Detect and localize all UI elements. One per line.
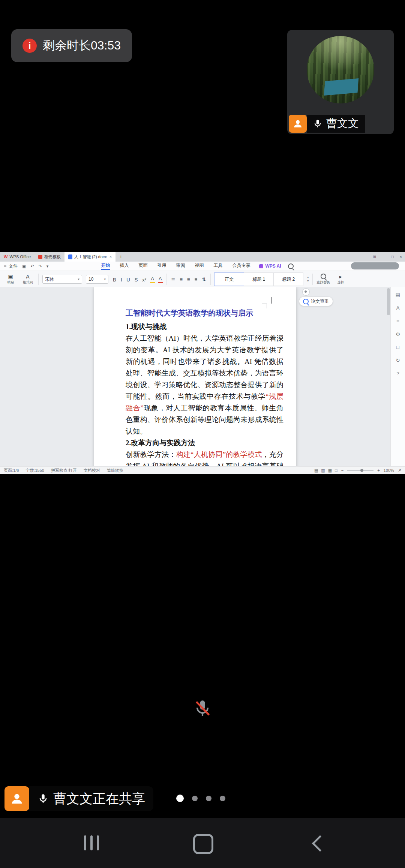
doc-title[interactable]: 工智能时代大学英语教学的现状与启示 [126,307,284,319]
paragraph-button-3[interactable]: ≡ [194,276,198,283]
window-control-icon-3[interactable]: × [400,254,402,259]
tab-docer[interactable]: 稻壳模板 [34,252,64,262]
ribbon-tab-0[interactable]: 开始 [101,262,110,270]
select-button[interactable]: ▸ 选择 [334,274,347,285]
paper-check-button[interactable]: 论文查重 [299,297,333,306]
right-sidebar: ▤A≡⚙□↻? [390,287,405,467]
quick-icon-0[interactable]: ▣ [22,264,26,269]
find-replace-label: 查找替换 [316,280,330,285]
style-box-0[interactable]: 正文 [214,272,244,286]
info-icon: i [22,39,37,53]
sidebar-icon-3[interactable]: ⚙ [396,332,400,337]
document-page[interactable]: 工智能时代大学英语教学的现状与启示 1.现状与挑战 在人工智能（AI）时代，大学… [94,287,296,467]
document-area[interactable]: 工智能时代大学英语教学的现状与启示 1.现状与挑战 在人工智能（AI）时代，大学… [0,287,391,467]
format-button-6[interactable]: A [158,275,163,283]
view-mode-icon-1[interactable]: ▥ [321,468,325,473]
sidebar-icon-4[interactable]: □ [396,345,399,350]
ribbon-tab-2[interactable]: 页面 [138,262,147,270]
format-button-1[interactable]: I [120,277,123,283]
window-controls[interactable]: ⊞─□× [373,252,402,262]
participant-tile[interactable]: 曹文文 [287,30,394,134]
sharing-text: 曹文文正在共享 [53,790,145,808]
ribbon-tab-7[interactable]: 会员专享 [232,262,250,270]
font-format-buttons[interactable]: BIUSx²AA [112,275,163,283]
sidebar-icon-6[interactable]: ? [396,371,399,376]
zoom-in-icon[interactable]: + [377,468,380,473]
quick-tool-icon[interactable] [302,288,310,296]
wps-ai-button[interactable]: WPS AI [259,263,281,269]
zoom-out-icon[interactable]: − [341,468,344,473]
close-tab-icon[interactable]: × [110,254,112,259]
window-control-icon-2[interactable]: □ [391,254,394,259]
ribbon-tab-4[interactable]: 审阅 [176,262,185,270]
fullscreen-icon[interactable]: ↗ [398,468,401,473]
quick-icon-1[interactable]: ↶ [30,264,34,269]
format-button-0[interactable]: B [112,277,117,283]
format-button-2[interactable]: U [126,277,130,283]
style-box-1[interactable]: 标题 1 [244,272,274,286]
tab-document[interactable]: 人工智能 (2).docx × [64,252,116,262]
doc-heading-1[interactable]: 1.现状与挑战 [126,321,284,332]
format-painter-label: 格式刷 [23,280,33,285]
doc-text: 现象，对人工智能的教育本质属性、师生角色重构、评价体系创新等理论问题尚未形成系统… [126,404,284,435]
vertical-scrollbar[interactable] [387,288,390,315]
sidebar-icon-2[interactable]: ≡ [396,319,399,323]
doc-paragraph-2[interactable]: 创新教学方法：构建“人机协同”的教学模式，充分发挥 AI 和教师的各自优势。AI… [126,449,284,467]
sidebar-icon-1[interactable]: A [396,305,400,310]
paragraph-button-1[interactable]: ≡ [179,276,183,283]
zoom-level[interactable]: 100% [384,468,394,473]
paragraph-button-0[interactable]: ≣ [171,276,176,283]
paste-button[interactable]: ▣ 粘贴 [4,274,17,285]
view-mode-buttons[interactable]: ▤▥▦□ [314,468,338,473]
select-label: 选择 [337,280,344,285]
zoom-slider-knob[interactable] [360,469,363,472]
paragraph-button-4[interactable]: ⇅ [201,276,207,283]
gallery-down-icon[interactable]: ▾ [307,280,309,283]
format-button-5[interactable]: A [150,275,155,283]
ribbon-tab-6[interactable]: 工具 [213,262,222,270]
ribbon-tabs[interactable]: 开始插入页面引用审阅视图工具会员专享 [101,262,250,270]
gallery-up-icon[interactable]: ▴ [307,276,309,279]
doc-heading-2[interactable]: 2.改革方向与实践方法 [126,437,284,449]
search-icon[interactable] [288,263,294,269]
paragraph-button-2[interactable]: ≡ [186,276,191,283]
view-mode-icon-3[interactable]: □ [335,468,338,473]
blurred-account-area[interactable] [351,262,399,269]
paragraph-buttons[interactable]: ≣≡≡≡⇅ [171,276,207,283]
sidebar-icons[interactable]: ▤A≡⚙□↻? [391,287,405,376]
sharing-banner[interactable]: 曹文文正在共享 [4,786,153,811]
font-name-select[interactable]: 宋体 ▾ [42,275,82,284]
home-button[interactable] [193,834,213,854]
doc-paragraph-1[interactable]: 在人工智能（AI）时代，大学英语教学正经历着深刻的变革。AI 技术的发展为大学英… [126,332,284,437]
window-control-icon-1[interactable]: ─ [382,254,385,259]
ribbon-tab-5[interactable]: 视图 [195,262,204,270]
sidebar-icon-0[interactable]: ▤ [396,292,400,297]
format-button-3[interactable]: S [134,277,139,283]
view-mode-icon-0[interactable]: ▤ [314,468,318,473]
muted-mic-icon[interactable] [192,698,213,719]
quick-icon-2[interactable]: ↷ [39,264,42,269]
style-gallery[interactable]: 正文标题 1标题 2 [214,272,303,286]
tab-wps-home[interactable]: W WPS Office [0,252,34,262]
sidebar-icon-5[interactable]: ↻ [396,358,400,363]
divider [38,274,39,285]
new-tab-button[interactable]: + [116,252,126,262]
format-painter-button[interactable]: A 格式刷 [21,274,34,285]
ribbon-tab-3[interactable]: 引用 [157,262,166,270]
doc-text-red: 构建“人机协同”的教学模式 [176,450,262,458]
status-item-1: 字数:1550 [26,468,44,473]
recents-button[interactable] [84,835,99,850]
ribbon-tab-1[interactable]: 插入 [120,262,129,270]
format-button-4[interactable]: x² [141,277,147,283]
zoom-slider[interactable] [347,470,374,471]
style-box-2[interactable]: 标题 2 [273,272,303,286]
quick-access-toolbar[interactable]: ▣↶↷▾ [22,264,48,269]
find-replace-button[interactable]: 查找替换 [316,274,330,285]
back-button[interactable] [312,835,328,852]
style-gallery-arrows[interactable]: ▴ ▾ [307,276,309,283]
quick-icon-3[interactable]: ▾ [46,264,49,269]
font-size-select[interactable]: 10 ▾ [86,275,108,284]
window-control-icon-0[interactable]: ⊞ [373,254,376,259]
file-menu[interactable]: ≡ 文件 [4,263,18,269]
view-mode-icon-2[interactable]: ▦ [328,468,332,473]
